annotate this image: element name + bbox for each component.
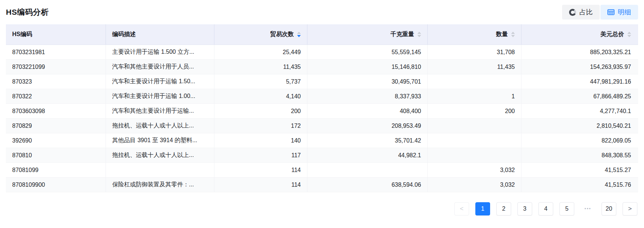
cell-trade-count: 5,737 [214,74,307,89]
column-header-2: 编码描述 [106,24,214,45]
cell-trade-count: 114 [214,163,307,177]
cell-kg-weight: 44,982.1 [307,148,428,162]
cell-hs-code: 392690 [6,133,106,148]
page-button-20[interactable]: 20 [602,202,616,215]
cell-description [106,163,214,177]
cell-quantity: 3,032 [428,178,521,192]
next-page-button[interactable]: > [623,202,637,215]
cell-usd-total: 885,203,325.21 [521,45,637,59]
cell-quantity [428,148,521,162]
cell-hs-code: 870829 [6,119,106,133]
cell-kg-weight: 55,559,145 [307,45,428,59]
page-button-3[interactable]: 3 [517,202,532,215]
sort-caret-up-icon [297,32,301,34]
column-label: 编码描述 [112,31,136,38]
cell-hs-code: 8703221099 [6,60,106,74]
sort-caret-down-icon [511,35,515,37]
detail-view-button[interactable]: 明细 [600,5,638,20]
sort-carets [511,32,515,37]
sort-caret-down-icon [297,35,301,37]
cell-quantity: 31,708 [428,45,521,59]
column-label: HS编码 [12,31,32,38]
cell-hs-code: 870323 [6,74,106,89]
table-row: 870810拖拉机、运载十人或十人以上...11744,982.1848,308… [6,148,638,163]
page-title: HS编码分析 [6,7,49,17]
pagination-ellipsis[interactable]: ••• [581,202,595,215]
column-header-4[interactable]: 千克重量 [307,24,428,45]
cell-kg-weight: 208,953.49 [307,119,428,133]
table-row: 8708109900保险杠或防御装置及其零件：...114638,594.063… [6,178,638,192]
cell-quantity: 1 [428,89,521,104]
table-row: 870829拖拉机、运载十人或十人以上...172208,953.492,810… [6,119,638,133]
cell-kg-weight: 8,337,933 [307,89,428,104]
cell-usd-total: 67,866,489.25 [521,89,637,104]
cell-hs-code: 8703603098 [6,104,106,118]
cell-usd-total: 848,308.55 [521,148,637,162]
donut-chart-icon [569,9,576,16]
page-button-2[interactable]: 2 [496,202,511,215]
table-body: 8703231981主要设计用于运输 1.500 立方...25,44955,5… [6,45,638,192]
cell-description: 其他品目 3901 至 3914 的塑料... [106,133,214,148]
cell-kg-weight [307,163,428,177]
cell-usd-total: 41,515.76 [521,178,637,192]
prev-page-button[interactable]: < [454,202,469,215]
sort-caret-up-icon [511,32,515,34]
cell-trade-count: 140 [214,133,307,148]
page-button-1[interactable]: 1 [475,202,490,215]
cell-quantity: 200 [428,104,521,118]
cell-description: 主要设计用于运输 1.500 立方... [106,45,214,59]
hs-code-analysis-panel: HS编码分析 占比 明细 HS编码编码描述贸易次数千克重量数量美元总价 8703… [0,0,644,215]
cell-description: 拖拉机、运载十人或十人以上... [106,119,214,133]
cell-quantity: 3,032 [428,163,521,177]
sort-caret-up-icon [417,32,421,34]
cell-hs-code: 8708109900 [6,178,106,192]
cell-usd-total: 154,263,935.97 [521,60,637,74]
table-row: 392690其他品目 3901 至 3914 的塑料...14035,701.4… [6,133,638,148]
cell-quantity: 11,435 [428,60,521,74]
cell-hs-code: 870810 [6,148,106,162]
column-label: 美元总价 [600,31,624,38]
proportion-view-button[interactable]: 占比 [562,5,600,20]
page-button-5[interactable]: 5 [559,202,574,215]
cell-description: 汽车和主要设计用于运输 1.00... [106,89,214,104]
table-row: 8703231981主要设计用于运输 1.500 立方...25,44955,5… [6,45,638,60]
table-row: 870810991143,03241,515.27 [6,163,638,178]
cell-hs-code: 870322 [6,89,106,104]
cell-description: 保险杠或防御装置及其零件：... [106,178,214,192]
pagination: <12345•••20> [6,202,638,215]
sort-carets [417,32,421,37]
cell-quantity [428,133,521,148]
column-header-5[interactable]: 数量 [428,24,521,45]
page-button-4[interactable]: 4 [538,202,553,215]
column-header-1: HS编码 [6,24,106,45]
cell-kg-weight: 408,400 [307,104,428,118]
detail-view-label: 明细 [618,8,631,17]
proportion-view-label: 占比 [579,8,593,17]
cell-description: 汽车和其他主要设计用于运输... [106,104,214,118]
table-row: 8703603098汽车和其他主要设计用于运输...200408,4002004… [6,104,638,119]
column-label: 数量 [496,31,508,38]
table-row: 8703221099汽车和其他主要设计用于人员...11,43515,146,8… [6,60,638,74]
table-row: 870322汽车和主要设计用于运输 1.00...4,1408,337,9331… [6,89,638,104]
cell-trade-count: 11,435 [214,60,307,74]
header-bar: HS编码分析 占比 明细 [6,4,638,21]
column-header-3[interactable]: 贸易次数 [214,24,307,45]
cell-description: 汽车和主要设计用于运输 1.50... [106,74,214,89]
hs-code-table: HS编码编码描述贸易次数千克重量数量美元总价 8703231981主要设计用于运… [6,24,638,192]
column-label: 千克重量 [390,31,414,38]
cell-kg-weight: 638,594.06 [307,178,428,192]
cell-usd-total: 447,981,291.16 [521,74,637,89]
column-header-6[interactable]: 美元总价 [521,24,637,45]
cell-trade-count: 25,449 [214,45,307,59]
cell-usd-total: 822,069.05 [521,133,637,148]
sort-carets [627,32,631,37]
cell-trade-count: 114 [214,178,307,192]
cell-description: 汽车和其他主要设计用于人员... [106,60,214,74]
cell-trade-count: 117 [214,148,307,162]
sort-caret-down-icon [417,35,421,37]
cell-hs-code: 8703231981 [6,45,106,59]
cell-quantity [428,119,521,133]
table-header-row: HS编码编码描述贸易次数千克重量数量美元总价 [6,24,638,45]
cell-description: 拖拉机、运载十人或十人以上... [106,148,214,162]
cell-trade-count: 4,140 [214,89,307,104]
